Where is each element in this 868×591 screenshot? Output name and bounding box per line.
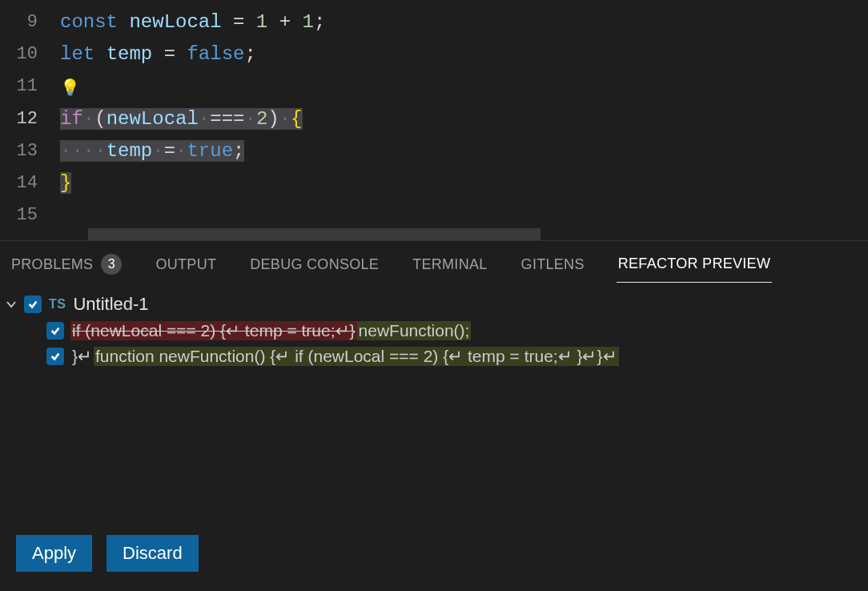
code-content[interactable]: let temp = false; [60, 38, 256, 70]
lightbulb-icon[interactable]: 💡 [60, 79, 80, 98]
diff-context: }↵ [70, 347, 94, 366]
code-line[interactable]: 10 let temp = false; [0, 38, 868, 70]
code-content[interactable]: if·(newLocal·===·2)·{ [60, 103, 303, 135]
line-number: 13 [0, 135, 60, 167]
tab-problems[interactable]: PROBLEMS 3 [10, 249, 123, 284]
diff-added: newFunction(); [357, 321, 472, 340]
code-line[interactable]: 15 [0, 199, 868, 231]
diff-deleted: if (newLocal === 2) {↵ temp = true;↵} [70, 321, 357, 340]
line-number: 15 [0, 199, 60, 231]
diff-preview: }↵function newFunction() {↵ if (newLocal… [70, 347, 619, 366]
bottom-panel: PROBLEMS 3 OUTPUT DEBUG CONSOLE TERMINAL… [0, 240, 868, 591]
refactor-change-row[interactable]: }↵function newFunction() {↵ if (newLocal… [5, 344, 868, 369]
editor-area: 9 const newLocal = 1 + 1; 10 let temp = … [0, 0, 868, 240]
tab-label: OUTPUT [155, 256, 216, 273]
tab-label: TERMINAL [412, 256, 487, 273]
line-number: 14 [0, 167, 60, 199]
file-checkbox[interactable] [24, 296, 42, 313]
refactor-change-row[interactable]: if (newLocal === 2) {↵ temp = true;↵}new… [5, 318, 868, 344]
discard-button[interactable]: Discard [106, 535, 199, 572]
tab-label: PROBLEMS [11, 256, 93, 273]
code-lines[interactable]: 9 const newLocal = 1 + 1; 10 let temp = … [0, 0, 868, 231]
tab-output[interactable]: OUTPUT [154, 251, 218, 283]
tab-refactor-preview[interactable]: REFACTOR PREVIEW [617, 251, 773, 283]
tab-gitlens[interactable]: GITLENS [520, 251, 586, 283]
code-content[interactable]: const newLocal = 1 + 1; [60, 6, 325, 38]
line-number: 11 [0, 70, 60, 103]
tab-label: DEBUG CONSOLE [250, 256, 379, 273]
apply-button[interactable]: Apply [16, 535, 92, 572]
code-line[interactable]: 12 if·(newLocal·===·2)·{ [0, 103, 868, 135]
code-line[interactable]: 14 } [0, 167, 868, 199]
line-number: 9 [0, 6, 60, 38]
code-content[interactable]: ····temp·=·true; [60, 135, 244, 167]
tab-debug-console[interactable]: DEBUG CONSOLE [248, 251, 380, 283]
code-line[interactable]: 9 const newLocal = 1 + 1; [0, 6, 868, 38]
tab-label: REFACTOR PREVIEW [618, 255, 771, 272]
change-checkbox[interactable] [46, 348, 64, 365]
diff-preview: if (newLocal === 2) {↵ temp = true;↵}new… [70, 321, 471, 340]
code-content[interactable]: 💡 [60, 70, 80, 103]
tab-terminal[interactable]: TERMINAL [411, 251, 488, 283]
typescript-icon: TS [48, 297, 66, 312]
code-line[interactable]: 13 ····temp·=·true; [0, 135, 868, 167]
panel-tab-bar: PROBLEMS 3 OUTPUT DEBUG CONSOLE TERMINAL… [0, 241, 868, 284]
code-line[interactable]: 11 💡 [0, 70, 868, 103]
code-content[interactable]: } [60, 167, 71, 199]
diff-added: function newFunction() {↵ if (newLocal =… [94, 347, 619, 366]
refactor-button-bar: Apply Discard [0, 525, 868, 591]
problems-count-badge: 3 [101, 254, 122, 275]
line-number: 12 [0, 103, 60, 135]
change-checkbox[interactable] [46, 322, 64, 340]
refactor-preview-content: TS Untitled-1 if (newLocal === 2) {↵ tem… [0, 284, 868, 525]
tab-label: GITLENS [521, 256, 585, 273]
horizontal-scrollbar[interactable] [88, 228, 540, 240]
chevron-down-icon[interactable] [5, 298, 18, 311]
refactor-file-row[interactable]: TS Untitled-1 [5, 291, 868, 318]
line-number: 10 [0, 38, 60, 70]
file-name: Untitled-1 [73, 294, 148, 315]
